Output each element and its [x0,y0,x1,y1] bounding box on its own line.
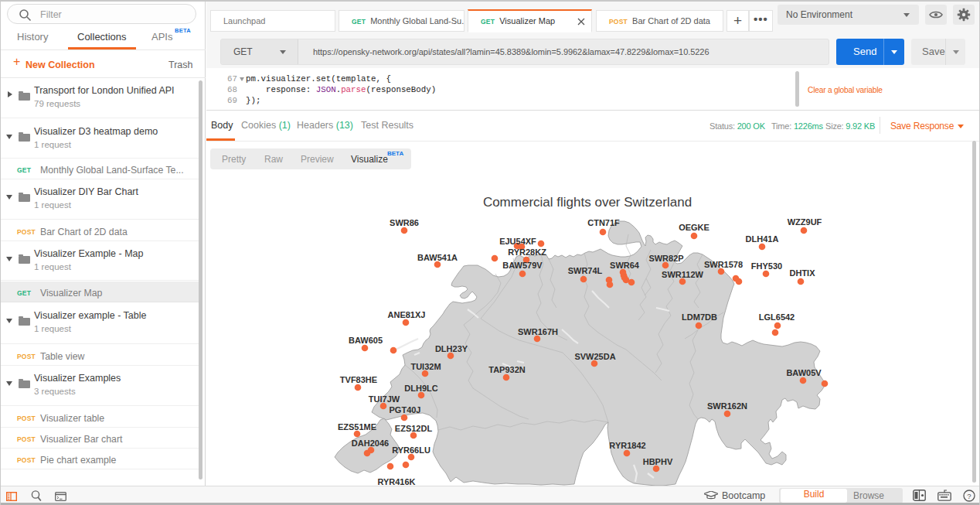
svg-text:SWR86: SWR86 [390,218,419,227]
svg-text:SWR167H: SWR167H [518,327,558,336]
svg-text:DHTIX: DHTIX [790,268,816,278]
svg-text:?: ? [967,491,971,500]
svg-text:BAW579V: BAW579V [502,261,543,270]
svg-text:Commercial flights over Switze: Commercial flights over Switzerland [483,195,692,210]
svg-text:LGL6542: LGL6542 [759,312,795,322]
svg-text:TUI7JW: TUI7JW [369,394,400,404]
svg-text:FHY530: FHY530 [751,261,782,271]
svg-text:LDM7DB: LDM7DB [682,312,717,322]
svg-text:SWR1578: SWR1578 [704,260,743,269]
svg-text:RYR416K: RYR416K [377,477,415,486]
svg-text:RYR28KZ: RYR28KZ [508,247,546,257]
svg-text:DLH23Y: DLH23Y [435,344,468,353]
svg-text:OEGKE: OEGKE [679,223,709,232]
svg-text:WZZ9UF: WZZ9UF [788,217,822,227]
svg-text:ANE81XJ: ANE81XJ [388,310,426,319]
svg-text:HBPHV: HBPHV [643,457,673,466]
svg-text:SVW25DA: SVW25DA [574,352,615,361]
svg-text:TAP932N: TAP932N [488,365,526,374]
svg-text:BAW541A: BAW541A [417,253,458,262]
svg-text:SWR64: SWR64 [610,261,640,270]
svg-text:DAH2046: DAH2046 [352,438,389,448]
svg-text:TUI32M: TUI32M [410,362,441,371]
svg-text:RYR66LU: RYR66LU [392,445,430,455]
svg-text:PGT40J: PGT40J [390,405,421,415]
svg-text:BAW605: BAW605 [349,336,383,345]
svg-text:CTN71F: CTN71F [587,218,620,227]
svg-text:SWR74L: SWR74L [568,266,603,275]
svg-text:SWR82P: SWR82P [648,254,683,263]
svg-text:DLH41A: DLH41A [746,234,779,244]
svg-text:EZS12DL: EZS12DL [395,424,433,433]
svg-text:SWR162N: SWR162N [707,401,747,411]
svg-text:DLH9LC: DLH9LC [404,384,437,393]
svg-text:EZS51ME: EZS51ME [338,422,376,432]
svg-text:RYR1842: RYR1842 [609,441,645,450]
svg-text:TVF83HE: TVF83HE [340,375,377,384]
svg-text:SWR112W: SWR112W [662,270,703,279]
svg-text:EJU54XF: EJU54XF [499,237,536,246]
svg-text:BAW05V: BAW05V [786,368,822,377]
